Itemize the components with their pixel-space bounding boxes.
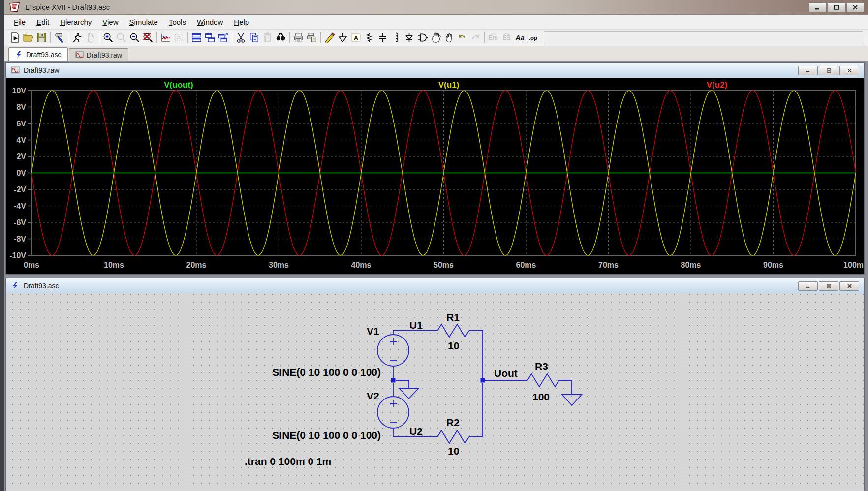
label-icon[interactable]: A (349, 31, 363, 44)
ground-symbol-mid[interactable] (399, 388, 419, 399)
waveform-window-controls (798, 66, 859, 75)
tab-draft93-asc[interactable]: Draft93.asc (8, 47, 68, 61)
cut-icon[interactable] (234, 31, 248, 44)
label-r3[interactable]: R3 (535, 361, 548, 372)
legend-V(u2)[interactable]: V(u2) (707, 80, 728, 90)
net-label-uout[interactable]: Uout (494, 368, 518, 379)
label-v1[interactable]: V1 (367, 325, 379, 337)
restore-button[interactable] (819, 281, 838, 291)
minimize-button[interactable] (809, 2, 827, 12)
value-r2[interactable]: 10 (448, 445, 459, 457)
component-r1-resistor[interactable] (437, 324, 469, 337)
main-window-controls (809, 2, 864, 12)
undo-icon[interactable] (456, 31, 469, 44)
ltspice-app: LTspice XVII - Draft93.asc FileEditHiera… (0, 0, 868, 491)
menu-file[interactable]: File (8, 16, 31, 28)
print-icon[interactable] (292, 31, 305, 44)
close-button[interactable] (846, 2, 864, 12)
drag-icon[interactable] (442, 31, 456, 44)
ground-symbol-r3[interactable] (562, 395, 582, 405)
menu-tools[interactable]: Tools (163, 16, 191, 28)
value-v1-sine[interactable]: SINE(0 10 100 0 0 100) (272, 367, 381, 378)
x-axis-tick-label: 0ms (24, 261, 39, 269)
open-icon[interactable] (22, 31, 35, 44)
text-icon[interactable]: Aa (513, 31, 527, 44)
maximize-button[interactable] (828, 2, 845, 12)
x-axis-tick-label: 50ms (434, 261, 454, 269)
schematic-window-titlebar: Draft93.asc (6, 278, 864, 293)
tile-horizontal-icon[interactable] (190, 31, 203, 44)
save-icon[interactable] (35, 31, 48, 44)
move-icon[interactable] (429, 31, 442, 44)
spice-directive-tran[interactable]: .tran 0 100m 0 1m (245, 456, 331, 467)
component-r3-resistor[interactable] (527, 374, 559, 387)
net-label-u1[interactable]: U1 (409, 319, 423, 331)
net-label-u2[interactable]: U2 (409, 426, 423, 437)
print-preview-icon[interactable] (305, 31, 318, 44)
menu-help[interactable]: Help (228, 16, 254, 28)
toolbar: AEmE∃Aa.op (4, 30, 868, 46)
control-panel-icon[interactable] (53, 31, 66, 44)
spice-directive-icon[interactable]: .op (527, 31, 540, 44)
copy-icon[interactable] (248, 31, 261, 44)
svg-text:Aa: Aa (515, 34, 524, 42)
menu-view[interactable]: View (97, 16, 124, 28)
paste-icon (261, 31, 274, 44)
run-man-icon[interactable] (70, 31, 84, 44)
svg-text:.op: .op (529, 35, 537, 41)
zoom-in-icon[interactable] (101, 31, 115, 44)
minimize-button[interactable] (798, 66, 818, 75)
run-icon[interactable] (8, 31, 22, 44)
toolbar-separator (50, 32, 51, 43)
resistor-icon[interactable] (363, 31, 376, 44)
capacitor-icon[interactable] (376, 31, 389, 44)
label-v2[interactable]: V2 (367, 390, 379, 401)
junction-node-gnd[interactable] (391, 378, 396, 383)
legend-V(u1)[interactable]: V(u1) (438, 80, 460, 90)
y-axis-tick-label: 4V (16, 136, 26, 144)
mirror-icon: Em (487, 31, 500, 44)
wire-uout-branch[interactable] (393, 383, 483, 437)
wire-gnd-mid[interactable] (396, 380, 409, 388)
wire-u1[interactable] (393, 331, 483, 378)
restore-button[interactable] (819, 66, 838, 75)
zoom-full-extents-icon[interactable] (141, 31, 155, 44)
ground-icon[interactable] (336, 31, 349, 44)
junction-node-uout[interactable] (481, 378, 485, 383)
schematic-canvas[interactable]: V1 U1 R1 10 SINE(0 10 100 0 0 100) V2 U2… (6, 293, 864, 491)
component-icon[interactable] (416, 31, 429, 44)
legend-V(uout)[interactable]: V(uout) (164, 80, 193, 90)
zoom-out-icon[interactable] (128, 31, 141, 44)
component-r2-resistor[interactable] (437, 430, 469, 443)
close-button[interactable] (839, 66, 859, 75)
menu-edit[interactable]: Edit (31, 16, 55, 28)
tab-draft93-raw[interactable]: Draft93.raw (69, 48, 128, 61)
value-r3[interactable]: 100 (532, 391, 550, 402)
minimize-button[interactable] (798, 281, 818, 291)
find-icon[interactable] (274, 31, 287, 44)
value-r1[interactable]: 10 (448, 340, 459, 351)
wire-uout[interactable] (485, 380, 572, 395)
component-v1-voltage-source[interactable] (377, 335, 409, 366)
label-r2[interactable]: R2 (446, 417, 460, 428)
inductor-icon[interactable] (389, 31, 403, 44)
tile-vertical-icon[interactable] (203, 31, 217, 44)
value-v2-sine[interactable]: SINE(0 10 100 0 0 100) (272, 430, 381, 441)
autorange-icon[interactable] (159, 31, 172, 44)
menu-hierarchy[interactable]: Hierarchy (55, 16, 97, 28)
rotate-icon: E∃ (500, 31, 513, 44)
close-button[interactable] (839, 281, 859, 291)
cascade-icon[interactable] (217, 31, 230, 44)
y-axis-tick-label: -10V (9, 251, 26, 260)
tab-label: Draft93.asc (26, 51, 62, 59)
mdi-area: Draft93.raw 10V8V6V4V2V0V-2V-4V-6V-8V- (4, 61, 868, 491)
diode-icon[interactable] (403, 31, 416, 44)
waveform-plot-area[interactable]: 10V8V6V4V2V0V-2V-4V-6V-8V-10V0ms10ms20ms… (6, 78, 864, 274)
main-titlebar: LTspice XVII - Draft93.asc (4, 0, 868, 15)
menu-simulate[interactable]: Simulate (124, 16, 163, 28)
menu-window[interactable]: Window (191, 16, 228, 28)
wire-icon[interactable] (323, 31, 336, 44)
component-v2-voltage-source[interactable] (377, 397, 409, 428)
label-r1[interactable]: R1 (446, 311, 460, 323)
y-axis-tick-label: -2V (14, 185, 26, 194)
